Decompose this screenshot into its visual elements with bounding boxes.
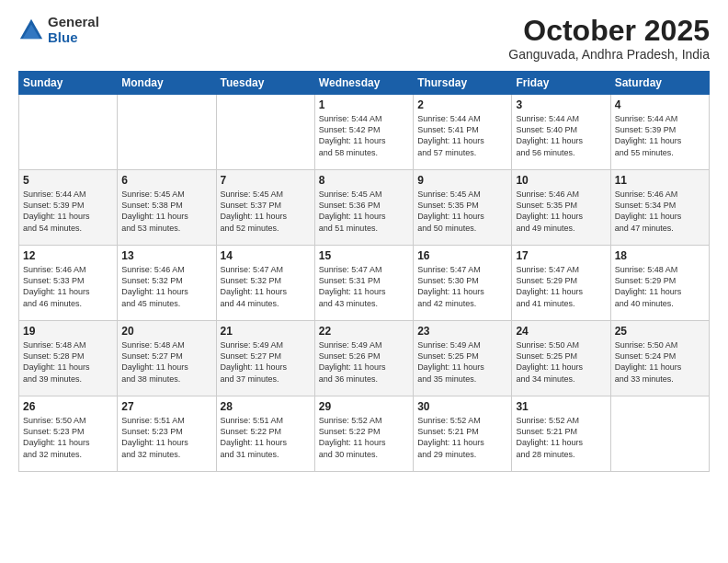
day-number: 17	[516, 249, 606, 262]
cell-content: Sunrise: 5:52 AMSunset: 5:22 PMDaylight:…	[319, 415, 409, 460]
calendar-cell	[610, 396, 709, 472]
calendar-cell: 23Sunrise: 5:49 AMSunset: 5:25 PMDayligh…	[414, 321, 512, 396]
week-row-5: 26Sunrise: 5:50 AMSunset: 5:23 PMDayligh…	[19, 396, 710, 472]
cell-content: Sunrise: 5:50 AMSunset: 5:24 PMDaylight:…	[615, 339, 705, 385]
day-number: 25	[615, 325, 705, 338]
calendar-cell: 10Sunrise: 5:46 AMSunset: 5:35 PMDayligh…	[512, 170, 610, 246]
logo: General Blue	[18, 15, 99, 45]
weekday-header-monday: Monday	[118, 72, 216, 95]
calendar-cell: 17Sunrise: 5:47 AMSunset: 5:29 PMDayligh…	[512, 246, 610, 321]
week-row-3: 12Sunrise: 5:46 AMSunset: 5:33 PMDayligh…	[19, 246, 710, 321]
day-number: 15	[319, 249, 409, 262]
calendar-cell: 5Sunrise: 5:44 AMSunset: 5:39 PMDaylight…	[19, 170, 118, 246]
week-row-4: 19Sunrise: 5:48 AMSunset: 5:28 PMDayligh…	[19, 321, 710, 396]
logo-icon	[18, 17, 44, 43]
cell-content: Sunrise: 5:48 AMSunset: 5:28 PMDaylight:…	[23, 339, 113, 385]
day-number: 2	[417, 98, 507, 111]
day-number: 24	[516, 325, 606, 338]
weekday-header-tuesday: Tuesday	[216, 72, 314, 95]
day-number: 7	[221, 174, 311, 187]
day-number: 22	[319, 325, 409, 338]
week-row-2: 5Sunrise: 5:44 AMSunset: 5:39 PMDaylight…	[19, 170, 710, 246]
logo-text: General Blue	[48, 15, 99, 45]
day-number: 14	[221, 249, 311, 262]
cell-content: Sunrise: 5:52 AMSunset: 5:21 PMDaylight:…	[516, 415, 606, 460]
day-number: 5	[23, 174, 113, 187]
calendar-cell: 20Sunrise: 5:48 AMSunset: 5:27 PMDayligh…	[118, 321, 216, 396]
day-number: 20	[121, 325, 211, 338]
header: General Blue October 2025 Ganguvada, And…	[18, 15, 710, 62]
weekday-header-friday: Friday	[512, 72, 610, 95]
calendar-cell: 8Sunrise: 5:45 AMSunset: 5:36 PMDaylight…	[314, 170, 413, 246]
cell-content: Sunrise: 5:44 AMSunset: 5:39 PMDaylight:…	[23, 189, 113, 234]
calendar-cell: 19Sunrise: 5:48 AMSunset: 5:28 PMDayligh…	[19, 321, 118, 396]
cell-content: Sunrise: 5:46 AMSunset: 5:35 PMDaylight:…	[516, 189, 606, 234]
day-number: 27	[121, 400, 211, 413]
calendar-cell: 13Sunrise: 5:46 AMSunset: 5:32 PMDayligh…	[118, 246, 216, 321]
calendar-page: General Blue October 2025 Ganguvada, And…	[0, 0, 728, 563]
cell-content: Sunrise: 5:47 AMSunset: 5:30 PMDaylight:…	[417, 264, 507, 309]
weekday-header-wednesday: Wednesday	[314, 72, 413, 95]
cell-content: Sunrise: 5:45 AMSunset: 5:35 PMDaylight:…	[417, 189, 507, 234]
day-number: 12	[23, 249, 113, 262]
calendar-cell: 21Sunrise: 5:49 AMSunset: 5:27 PMDayligh…	[216, 321, 314, 396]
title-block: October 2025 Ganguvada, Andhra Pradesh, …	[508, 15, 710, 62]
cell-content: Sunrise: 5:44 AMSunset: 5:42 PMDaylight:…	[319, 113, 409, 158]
day-number: 9	[417, 174, 507, 187]
calendar-table: SundayMondayTuesdayWednesdayThursdayFrid…	[18, 71, 710, 472]
weekday-header-row: SundayMondayTuesdayWednesdayThursdayFrid…	[19, 72, 710, 95]
calendar-cell: 3Sunrise: 5:44 AMSunset: 5:40 PMDaylight…	[512, 95, 610, 170]
cell-content: Sunrise: 5:45 AMSunset: 5:37 PMDaylight:…	[221, 189, 311, 234]
cell-content: Sunrise: 5:47 AMSunset: 5:29 PMDaylight:…	[516, 264, 606, 309]
month-title: October 2025	[508, 15, 710, 47]
calendar-cell: 18Sunrise: 5:48 AMSunset: 5:29 PMDayligh…	[610, 246, 709, 321]
day-number: 8	[319, 174, 409, 187]
cell-content: Sunrise: 5:44 AMSunset: 5:39 PMDaylight:…	[615, 113, 705, 158]
day-number: 21	[221, 325, 311, 338]
weekday-header-sunday: Sunday	[19, 72, 118, 95]
calendar-cell: 4Sunrise: 5:44 AMSunset: 5:39 PMDaylight…	[610, 95, 709, 170]
calendar-cell: 24Sunrise: 5:50 AMSunset: 5:25 PMDayligh…	[512, 321, 610, 396]
cell-content: Sunrise: 5:51 AMSunset: 5:22 PMDaylight:…	[221, 415, 311, 460]
day-number: 18	[615, 249, 705, 262]
cell-content: Sunrise: 5:49 AMSunset: 5:26 PMDaylight:…	[319, 339, 409, 385]
calendar-cell: 7Sunrise: 5:45 AMSunset: 5:37 PMDaylight…	[216, 170, 314, 246]
calendar-cell	[118, 95, 216, 170]
calendar-cell: 11Sunrise: 5:46 AMSunset: 5:34 PMDayligh…	[610, 170, 709, 246]
cell-content: Sunrise: 5:45 AMSunset: 5:36 PMDaylight:…	[319, 189, 409, 234]
cell-content: Sunrise: 5:50 AMSunset: 5:25 PMDaylight:…	[516, 339, 606, 385]
cell-content: Sunrise: 5:48 AMSunset: 5:29 PMDaylight:…	[615, 264, 705, 309]
calendar-cell: 22Sunrise: 5:49 AMSunset: 5:26 PMDayligh…	[314, 321, 413, 396]
day-number: 10	[516, 174, 606, 187]
calendar-cell: 9Sunrise: 5:45 AMSunset: 5:35 PMDaylight…	[414, 170, 512, 246]
calendar-cell: 1Sunrise: 5:44 AMSunset: 5:42 PMDaylight…	[314, 95, 413, 170]
calendar-cell: 26Sunrise: 5:50 AMSunset: 5:23 PMDayligh…	[19, 396, 118, 472]
cell-content: Sunrise: 5:46 AMSunset: 5:32 PMDaylight:…	[121, 264, 211, 309]
cell-content: Sunrise: 5:46 AMSunset: 5:34 PMDaylight:…	[615, 189, 705, 234]
calendar-cell: 15Sunrise: 5:47 AMSunset: 5:31 PMDayligh…	[314, 246, 413, 321]
day-number: 28	[221, 400, 311, 413]
logo-general: General	[48, 14, 99, 29]
calendar-cell: 25Sunrise: 5:50 AMSunset: 5:24 PMDayligh…	[610, 321, 709, 396]
calendar-cell	[216, 95, 314, 170]
cell-content: Sunrise: 5:46 AMSunset: 5:33 PMDaylight:…	[23, 264, 113, 309]
day-number: 23	[417, 325, 507, 338]
week-row-1: 1Sunrise: 5:44 AMSunset: 5:42 PMDaylight…	[19, 95, 710, 170]
day-number: 4	[615, 98, 705, 111]
day-number: 3	[516, 98, 606, 111]
calendar-cell: 12Sunrise: 5:46 AMSunset: 5:33 PMDayligh…	[19, 246, 118, 321]
day-number: 26	[23, 400, 113, 413]
calendar-cell: 6Sunrise: 5:45 AMSunset: 5:38 PMDaylight…	[118, 170, 216, 246]
cell-content: Sunrise: 5:49 AMSunset: 5:27 PMDaylight:…	[221, 339, 311, 385]
calendar-cell: 29Sunrise: 5:52 AMSunset: 5:22 PMDayligh…	[314, 396, 413, 472]
day-number: 29	[319, 400, 409, 413]
logo-blue: Blue	[48, 29, 78, 45]
location: Ganguvada, Andhra Pradesh, India	[508, 47, 710, 62]
cell-content: Sunrise: 5:49 AMSunset: 5:25 PMDaylight:…	[417, 339, 507, 385]
cell-content: Sunrise: 5:47 AMSunset: 5:32 PMDaylight:…	[221, 264, 311, 309]
cell-content: Sunrise: 5:52 AMSunset: 5:21 PMDaylight:…	[417, 415, 507, 460]
weekday-header-saturday: Saturday	[610, 72, 709, 95]
day-number: 6	[121, 174, 211, 187]
day-number: 30	[417, 400, 507, 413]
cell-content: Sunrise: 5:47 AMSunset: 5:31 PMDaylight:…	[319, 264, 409, 309]
